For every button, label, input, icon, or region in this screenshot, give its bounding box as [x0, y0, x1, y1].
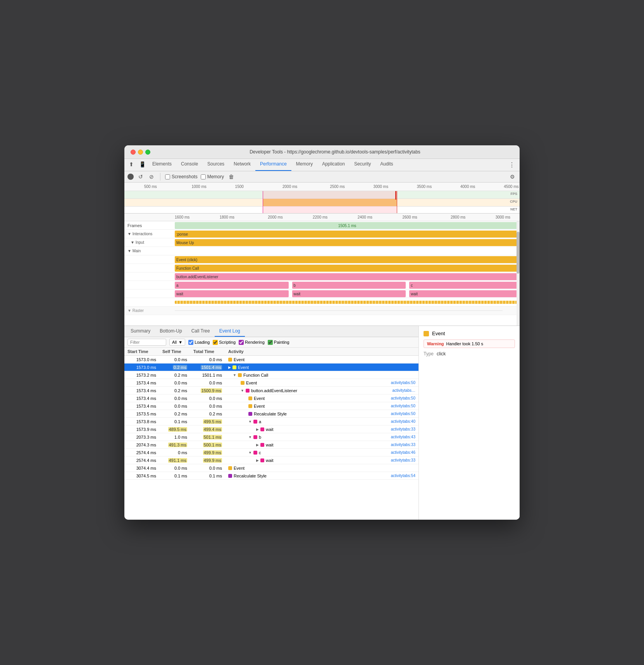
loading-checkbox[interactable]: Loading — [188, 340, 210, 345]
net-label: NET — [510, 207, 517, 211]
bottom-panel: Summary Bottom-Up Call Tree Event Log Al… — [124, 326, 520, 520]
cell-start: 1573.4 ms — [124, 388, 159, 394]
trash-button[interactable]: 🗑 — [227, 173, 236, 181]
cell-total: 0.0 ms — [190, 380, 225, 386]
table-row[interactable]: 1573.9 ms 489.5 ms 499.4 ms ▶ wait activ… — [124, 426, 418, 433]
device-icon[interactable]: 📱 — [137, 159, 148, 170]
screenshots-checkbox[interactable]: Screenshots — [165, 174, 198, 179]
b-icon — [253, 435, 257, 439]
reload-button[interactable]: ↺ — [137, 173, 145, 181]
table-row[interactable]: 1573.8 ms 0.1 ms 499.5 ms ▼ a activityta… — [124, 418, 418, 426]
tab-memory[interactable]: Memory — [291, 159, 317, 171]
filter-input[interactable] — [127, 339, 166, 346]
cell-start: 1573.5 ms — [124, 411, 159, 417]
memory-checkbox[interactable]: Memory — [201, 174, 224, 179]
table-row[interactable]: 1573.4 ms 0.0 ms 0.0 ms Event activityta… — [124, 402, 418, 410]
tab-performance[interactable]: Performance — [255, 159, 291, 171]
highlighted-total: 499.5 ms — [203, 419, 222, 424]
tab-summary[interactable]: Summary — [126, 326, 155, 337]
activity-link[interactable]: activitytabs:50 — [391, 412, 415, 416]
activity-link[interactable]: activitytabs:33 — [391, 427, 415, 431]
input-value: Mouse Up — [176, 241, 194, 245]
cell-start: 1573.4 ms — [124, 403, 159, 409]
table-row[interactable]: 2074.3 ms 491.3 ms 500.1 ms ▶ wait activ… — [124, 441, 418, 449]
highlighted-total: 1500.9 ms — [201, 388, 222, 393]
timeline-scrollbar[interactable] — [517, 221, 520, 326]
painting-checkbox[interactable]: Painting — [268, 340, 289, 345]
activity-label: wait — [266, 443, 274, 447]
record-button[interactable] — [127, 174, 134, 180]
close-button[interactable] — [131, 150, 136, 155]
wait3-label: wait — [411, 292, 418, 296]
table-row-selected[interactable]: 1573.0 ms 0.2 ms 1501.4 ms ▶ Event — [124, 364, 418, 371]
expand-icon[interactable]: ▼ — [248, 451, 252, 455]
table-row[interactable]: 1573.4 ms 0.0 ms 0.0 ms Event activityta… — [124, 379, 418, 387]
table-row[interactable]: 1573.5 ms 0.2 ms 0.2 ms Recalculate Styl… — [124, 410, 418, 418]
window-title: Developer Tools - https://googlechrome.g… — [157, 149, 513, 155]
table-row[interactable]: 3074.5 ms 0.1 ms 0.1 ms Recalculate Styl… — [124, 472, 418, 480]
minimize-button[interactable] — [138, 150, 143, 155]
input-track: ▼ Input Mouse Up — [124, 238, 520, 247]
more-tabs-icon[interactable]: ⋮ — [506, 159, 518, 171]
type-row: Type click — [424, 351, 515, 357]
maximize-button[interactable] — [145, 150, 150, 155]
expand-icon[interactable]: ▼ — [241, 389, 244, 393]
activity-link[interactable]: activitytabs:40 — [391, 419, 415, 424]
filter-dropdown[interactable]: All ▼ — [169, 339, 185, 346]
expand-icon[interactable]: ▶ — [228, 365, 231, 369]
tab-console[interactable]: Console — [176, 159, 203, 171]
activity-label: Event — [254, 404, 265, 408]
expand-icon[interactable]: ▼ — [248, 420, 252, 424]
timeline-main[interactable]: 1600 ms 1800 ms 2000 ms 2200 ms 2400 ms … — [124, 214, 520, 326]
tab-event-log[interactable]: Event Log — [215, 326, 245, 337]
tab-security[interactable]: Security — [350, 159, 375, 171]
painting-label: Painting — [274, 340, 289, 345]
tab-network[interactable]: Network — [229, 159, 255, 171]
activity-link[interactable]: activitytabs:50 — [391, 381, 415, 385]
tab-call-tree[interactable]: Call Tree — [187, 326, 215, 337]
tab-bottom-up[interactable]: Bottom-Up — [155, 326, 186, 337]
activity-link[interactable]: activitytabs:46 — [391, 450, 415, 455]
cell-total: 499.9 ms — [190, 450, 225, 456]
settings-icon[interactable]: ⚙ — [508, 173, 517, 181]
cell-start: 1573.0 ms — [124, 357, 159, 363]
expand-icon[interactable]: ▼ — [233, 373, 236, 377]
tab-application[interactable]: Application — [317, 159, 350, 171]
table-row[interactable]: 1573.4 ms 0.2 ms 1500.9 ms ▼ button.addE… — [124, 387, 418, 395]
activity-link[interactable]: activitytabs:33 — [391, 458, 415, 462]
expand-icon[interactable]: ▶ — [256, 427, 259, 431]
table-row[interactable]: 1573.4 ms 0.0 ms 0.0 ms Event activityta… — [124, 395, 418, 402]
activity-link[interactable]: activitytabs… — [393, 388, 415, 393]
scripting-checkbox[interactable]: Scripting — [213, 340, 236, 345]
table-row[interactable]: 1573.2 ms 0.2 ms 1501.1 ms ▼ Function Ca… — [124, 371, 418, 379]
cell-self: 0.0 ms — [159, 395, 190, 401]
expand-icon[interactable]: ▶ — [256, 458, 259, 462]
timeline-scrollbar-thumb[interactable] — [517, 232, 520, 274]
tab-elements[interactable]: Elements — [148, 159, 176, 171]
activity-link[interactable]: activitytabs:50 — [391, 404, 415, 408]
table-row[interactable]: 2574.4 ms 0 ms 499.9 ms ▼ c activitytabs… — [124, 449, 418, 457]
tab-sources[interactable]: Sources — [203, 159, 229, 171]
table-row[interactable]: 2073.3 ms 1.0 ms 501.1 ms ▼ b activityta… — [124, 433, 418, 441]
c-label: c — [411, 283, 413, 288]
activity-link[interactable]: activitytabs:33 — [391, 443, 415, 447]
rendering-checkbox[interactable]: Rendering — [239, 340, 265, 345]
cell-start: 3074.5 ms — [124, 473, 159, 479]
col-start-time: Start Time — [124, 348, 159, 355]
cell-activity: ▶ wait activitytabs:33 — [225, 442, 418, 448]
activity-link[interactable]: activitytabs:54 — [391, 474, 415, 478]
cell-start: 2074.3 ms — [124, 442, 159, 448]
tab-audits[interactable]: Audits — [375, 159, 398, 171]
expand-icon[interactable]: ▶ — [256, 443, 259, 447]
clear-button[interactable]: ⊘ — [148, 173, 155, 181]
expand-icon[interactable]: ▼ — [248, 435, 252, 439]
table-row[interactable]: 1573.0 ms 0.0 ms 0.0 ms Event — [124, 356, 418, 364]
table-row[interactable]: 2574.4 ms 491.1 ms 499.9 ms ▶ wait activ… — [124, 457, 418, 464]
table-row[interactable]: 3074.4 ms 0.0 ms 0.0 ms Event — [124, 464, 418, 472]
button-addeventlistener-label: button.addEventListener — [176, 275, 218, 279]
cursor-icon[interactable]: ⬆ — [126, 159, 137, 170]
interactions-label: ▼ Interactions — [124, 232, 175, 236]
activity-link[interactable]: activitytabs:50 — [391, 396, 415, 400]
frames-label: Frames — [124, 223, 175, 228]
activity-link[interactable]: activitytabs:43 — [391, 435, 415, 439]
